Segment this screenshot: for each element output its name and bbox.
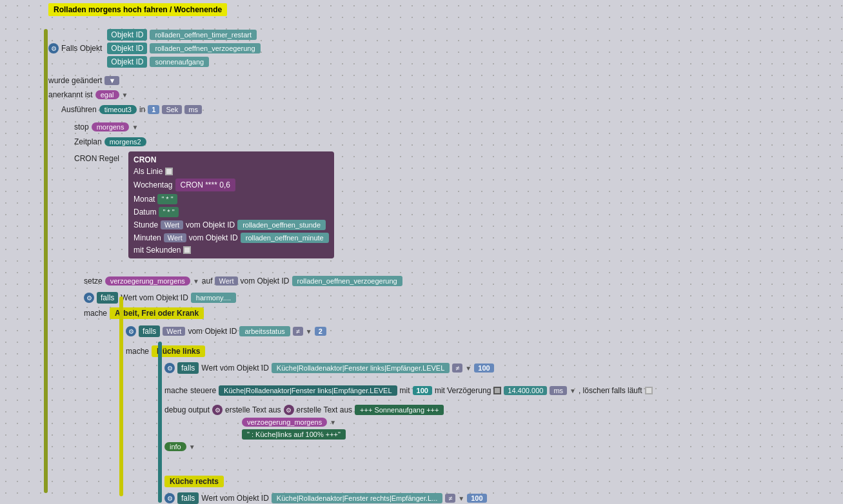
ausfuehren-row: Ausführen timeout3 in 1 Sek ms	[61, 105, 202, 114]
debug-section: debug output ⚙ erstelle Text aus ⚙ erste…	[164, 405, 444, 451]
loeschen-checkbox[interactable]	[645, 387, 653, 394]
falls-objekt-section: ⚙ Falls Objekt Objekt ID rolladen_oeffne…	[48, 29, 261, 68]
anerkannt-row: anerkannt ist egal ▼	[48, 90, 128, 99]
setze-row: setze verzoegerung_morgens ▼ auf Wert vo…	[84, 276, 402, 286]
kueche-rechts-falls: ⚙ falls Wert vom Objekt ID Küche|Rollade…	[164, 492, 487, 504]
stunde-von: vom Objekt ID	[186, 220, 235, 229]
gear-icon-debug2[interactable]: ⚙	[284, 405, 294, 415]
left-bar-teal	[158, 342, 162, 503]
gear-icon-4[interactable]: ⚙	[164, 363, 175, 373]
falls3-row: ⚙ falls Wert vom Objekt ID Küche|Rollade…	[164, 362, 494, 374]
als-linie-checkbox[interactable]	[165, 168, 173, 175]
mache1-row: mache Arbeit, Frei oder Krank	[84, 307, 204, 319]
mit-sekunden-checkbox[interactable]	[183, 246, 191, 254]
mache3-row: mache steuere Küche|Rolladenaktor|Fenste…	[164, 385, 653, 396]
objekt-id-label-1: Objekt ID	[107, 29, 147, 41]
als-linie-label: Als Linie	[134, 167, 163, 176]
wurde-geaendert-row: wurde geändert ▼	[48, 76, 119, 85]
gear-icon-5[interactable]: ⚙	[164, 493, 175, 503]
objekt-id-label-3: Objekt ID	[107, 56, 147, 68]
gear-icon-3[interactable]: ⚙	[126, 326, 136, 336]
mache2-row: mache Küche links	[126, 345, 205, 357]
left-bar-olive	[44, 29, 48, 493]
monat-label: Monat	[134, 195, 155, 204]
cron-label: CRON	[134, 155, 156, 164]
mit-sekunden-label: mit Sekunden	[134, 246, 181, 255]
minuten-label: Minuten	[134, 233, 161, 242]
objekt-id-label-2: Objekt ID	[107, 43, 147, 54]
gear-icon-1[interactable]: ⚙	[48, 43, 59, 53]
kueche-rechts-title: Küche rechts	[164, 477, 224, 486]
datum-label: Datum	[134, 208, 156, 217]
falls2-row: ⚙ falls Wert vom Objekt ID arbeitsstatus…	[126, 325, 326, 337]
verzoegerung-checkbox[interactable]	[493, 387, 501, 394]
title-block: Rolladen morgens hoch fahren / Wochenend…	[48, 3, 227, 16]
stunde-label: Stunde	[134, 220, 158, 229]
zeitplan-row: Zeitplan morgens2	[74, 137, 146, 146]
minuten-von: vom Objekt ID	[189, 233, 238, 242]
wochentag-label: Wochentag	[134, 180, 173, 189]
gear-icon-debug1[interactable]: ⚙	[212, 405, 223, 415]
falls1-row: ⚙ falls Wert vom Objekt ID harmony....	[84, 292, 236, 304]
stop-row: stop morgens ▼	[74, 122, 138, 131]
cron-regel-section: CRON Regel CRON Als Linie Wochentag CRON…	[74, 151, 334, 258]
left-bar-yellow	[119, 296, 123, 496]
gear-icon-2[interactable]: ⚙	[84, 293, 94, 303]
